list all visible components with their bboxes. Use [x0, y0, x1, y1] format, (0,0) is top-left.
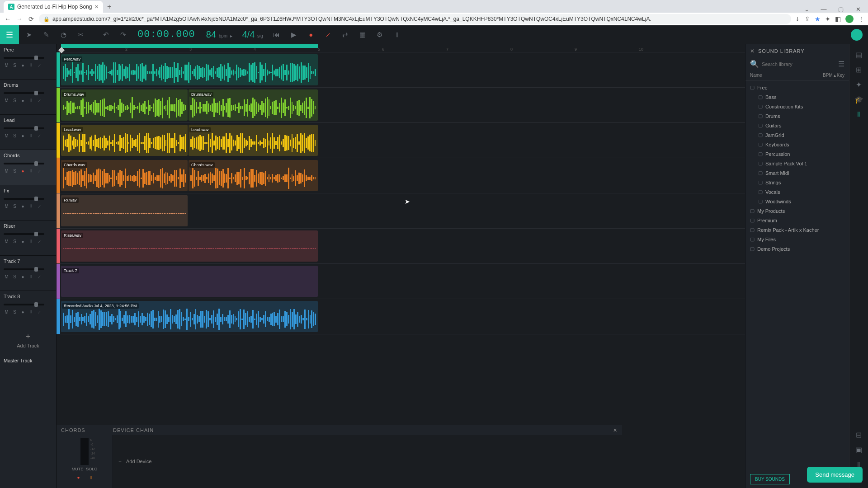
clip-lane[interactable]: Track 7	[57, 264, 745, 299]
rail-grid-icon[interactable]: ⊞	[856, 66, 862, 74]
mixer-icon[interactable]: ⦀	[28, 133, 34, 138]
add-track-button[interactable]: ＋Add Track	[0, 326, 56, 354]
track-header[interactable]: Chords M S ● ⦀ ⟋	[0, 150, 56, 185]
mixer-icon[interactable]: ⦀	[28, 274, 34, 279]
volume-slider[interactable]	[4, 163, 44, 164]
audio-clip[interactable]: Chords.wav	[61, 160, 188, 191]
library-folder[interactable]: ▢Bass	[745, 92, 849, 102]
record-arm-icon[interactable]: ●	[20, 239, 26, 244]
clip-lane[interactable]: Chords.wavChords.wav	[57, 158, 745, 193]
column-name[interactable]: Name	[750, 73, 823, 78]
audio-clip[interactable]: Chords.wav	[189, 160, 318, 191]
solo-button[interactable]: SOLO	[86, 467, 97, 471]
tab-close-icon[interactable]: ×	[94, 3, 98, 10]
pointer-tool-icon[interactable]: ➤	[22, 28, 36, 42]
bpm-display[interactable]: 84 bpm ▸	[206, 29, 232, 40]
mixer-icon[interactable]: ⦀	[28, 62, 34, 68]
pencil-tool-icon[interactable]: ✎	[39, 28, 53, 42]
volume-slider[interactable]	[4, 198, 44, 200]
forward-icon[interactable]: →	[15, 15, 24, 23]
record-arm-icon[interactable]: ●	[20, 310, 26, 314]
library-folder[interactable]: ▢Smart Midi	[745, 168, 849, 178]
volume-slider[interactable]	[4, 127, 44, 129]
automation-icon[interactable]: ⟋	[36, 274, 42, 279]
undo-icon[interactable]: ↶	[99, 28, 113, 42]
close-device-chain-icon[interactable]: ✕	[613, 427, 618, 433]
mute-button[interactable]: M	[4, 169, 9, 174]
mute-button[interactable]: M	[4, 133, 9, 138]
library-folder[interactable]: ▢My Files	[745, 235, 849, 244]
go-start-icon[interactable]: ⏮	[269, 28, 284, 42]
metronome-icon[interactable]: ◔	[56, 28, 71, 42]
mute-button[interactable]: M	[4, 98, 9, 103]
buy-sounds-button[interactable]: BUY SOUNDS	[750, 474, 790, 484]
mixer-icon[interactable]: ⦀	[28, 309, 34, 314]
record-arm-icon[interactable]: ●	[20, 133, 26, 138]
add-device-button[interactable]: ＋ Add Device	[118, 458, 618, 465]
user-avatar[interactable]	[851, 29, 863, 41]
mixer-icon[interactable]: ⦀	[28, 239, 34, 244]
solo-button[interactable]: S	[12, 204, 18, 209]
audio-clip[interactable]: Lead.wav	[61, 125, 188, 156]
clip-lane[interactable]: Drums.wavDrums.wav	[57, 88, 745, 123]
browser-tab[interactable]: A Generated Lo-Fi Hip Hop Song ×	[4, 1, 103, 13]
audio-clip[interactable]: Fx.wav	[61, 195, 188, 226]
master-track-header[interactable]: Master Track	[0, 354, 56, 367]
audio-clip[interactable]: Drums.wav	[61, 89, 188, 121]
track-header[interactable]: Fx M S ● ⦀ ⟋	[0, 185, 56, 221]
track-header[interactable]: Track 7 M S ● ⦀ ⟋	[0, 256, 56, 291]
redo-icon[interactable]: ↷	[116, 28, 130, 42]
close-library-icon[interactable]: ✕	[750, 48, 755, 54]
sidepanel-icon[interactable]: ◧	[835, 15, 841, 23]
track-header[interactable]: Drums M S ● ⦀ ⟋	[0, 80, 56, 115]
library-folder[interactable]: ▢Sample Pack Vol 1	[745, 159, 849, 168]
mute-button[interactable]: M	[4, 204, 9, 209]
clip-lane[interactable]: Perc.wav	[57, 52, 745, 88]
track-header[interactable]: Lead M S ● ⦀ ⟋	[0, 115, 56, 150]
clip-lane[interactable]: Recorded Audio Jul 4, 2023, 1:24:56 PM	[57, 299, 745, 334]
volume-slider[interactable]	[4, 268, 44, 270]
library-folder[interactable]: ▢Free	[745, 83, 849, 92]
mute-button[interactable]: MUTE	[72, 467, 84, 471]
library-folder[interactable]: ▢JamGrid	[745, 130, 849, 140]
library-folder[interactable]: ▢Drums	[745, 111, 849, 121]
column-key[interactable]: Key	[837, 73, 844, 78]
record-icon[interactable]: ●	[304, 28, 318, 42]
automation-icon[interactable]: ⟋	[321, 28, 335, 42]
solo-button[interactable]: S	[12, 169, 18, 174]
record-arm-icon[interactable]: ●	[20, 274, 26, 279]
loop-icon[interactable]: ⇄	[338, 28, 353, 42]
menu-icon[interactable]: ⋮	[858, 15, 864, 23]
audio-clip[interactable]: Track 7	[61, 266, 318, 297]
library-folder[interactable]: ▢Woodwinds	[745, 197, 849, 206]
maximize-icon[interactable]: ▢	[835, 6, 847, 13]
extensions-icon[interactable]: ✦	[825, 15, 830, 23]
audio-clip[interactable]: Lead.wav	[189, 125, 318, 156]
volume-slider[interactable]	[4, 92, 44, 94]
audio-clip[interactable]: Riser.wav	[61, 230, 318, 262]
install-icon[interactable]: ⤓	[795, 15, 800, 23]
share-icon[interactable]: ⇪	[805, 15, 810, 23]
chevron-down-icon[interactable]: ⌄	[800, 6, 813, 13]
record-arm-icon[interactable]: ●	[20, 63, 26, 68]
mixer-icon[interactable]: ⦀	[390, 28, 404, 42]
cut-tool-icon[interactable]: ✂	[73, 28, 88, 42]
mixer-icon[interactable]: ⦀	[28, 168, 34, 174]
mute-button[interactable]: M	[4, 239, 9, 244]
profile-avatar[interactable]	[845, 15, 854, 23]
automation-icon[interactable]: ⟋	[36, 239, 42, 244]
rail-wand-icon[interactable]: ✦	[856, 80, 862, 89]
library-folder[interactable]: ▢Guitars	[745, 121, 849, 130]
rail-learn-icon[interactable]: 🎓	[854, 95, 863, 104]
clip-lane[interactable]: Fx.wav	[57, 193, 745, 229]
send-message-button[interactable]: Send message	[807, 467, 863, 483]
quantize-icon[interactable]: ▦	[355, 28, 370, 42]
time-display[interactable]: 00:00.000	[137, 29, 195, 40]
mute-button[interactable]: M	[4, 63, 9, 68]
clip-lane[interactable]: Lead.wavLead.wav	[57, 123, 745, 158]
solo-button[interactable]: S	[12, 133, 18, 138]
automation-icon[interactable]: ⟋	[36, 169, 42, 174]
automation-icon[interactable]: ⟋	[36, 310, 42, 314]
volume-slider[interactable]	[4, 57, 44, 59]
rail-settings-icon[interactable]: ⊟	[856, 431, 862, 439]
